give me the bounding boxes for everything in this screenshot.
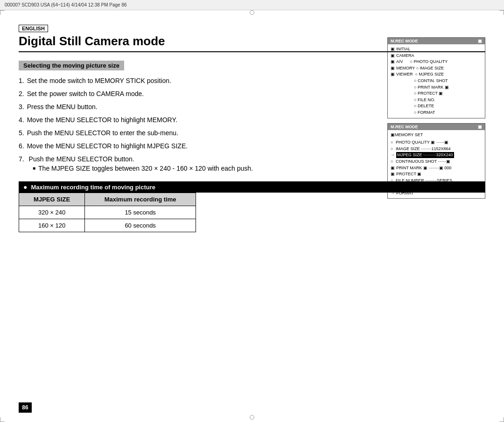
step-4: Move the MENU SELECTOR to highlight MEMO… xyxy=(19,116,485,124)
header-text: 00000? SCD903 USA (64~114) 4/14/04 12:38… xyxy=(5,2,127,7)
step-7: Push the MENU SELECTOR button. The MJPEG… xyxy=(19,155,485,172)
section2-heading: Maximum recording time of moving picture xyxy=(19,181,485,193)
page-number: 86 xyxy=(19,402,32,413)
row1-col1: 320 × 240 xyxy=(19,206,85,219)
section2: Maximum recording time of moving picture… xyxy=(19,181,485,232)
table-row: 320 × 240 15 seconds xyxy=(19,206,196,219)
col2-header: Maximum recording time xyxy=(85,193,196,206)
main-content: ENGLISH Digital Still Camera mode Select… xyxy=(0,10,504,422)
header-bar: 00000? SCD903 USA (64~114) 4/14/04 12:38… xyxy=(0,0,504,10)
steps-list: Set the mode switch to MEMORY STICK posi… xyxy=(19,77,485,172)
step-6: Move the MENU SELECTOR to highlight MJPE… xyxy=(19,142,485,150)
step-7-sub: The MJPEG SIZE toggles between 320 × 240… xyxy=(28,165,485,172)
row1-col2: 15 seconds xyxy=(85,206,196,219)
english-badge: ENGLISH xyxy=(19,25,48,32)
section1-heading: Selecting the moving picture size xyxy=(19,61,124,70)
page-title: Digital Still Camera mode xyxy=(19,34,485,52)
recording-time-table: MJPEG SIZE Maximum recording time 320 × … xyxy=(19,193,196,232)
col1-header: MJPEG SIZE xyxy=(19,193,85,206)
step-5: Push the MENU SELECTOR to enter the sub-… xyxy=(19,129,485,137)
table-row: 160 × 120 60 seconds xyxy=(19,219,196,232)
step-3: Press the MENU button. xyxy=(19,103,485,111)
step-2: Set the power switch to CAMERA mode. xyxy=(19,90,485,97)
step-1: Set the mode switch to MEMORY STICK posi… xyxy=(19,77,485,84)
row2-col2: 60 seconds xyxy=(85,219,196,232)
row2-col1: 160 × 120 xyxy=(19,219,85,232)
